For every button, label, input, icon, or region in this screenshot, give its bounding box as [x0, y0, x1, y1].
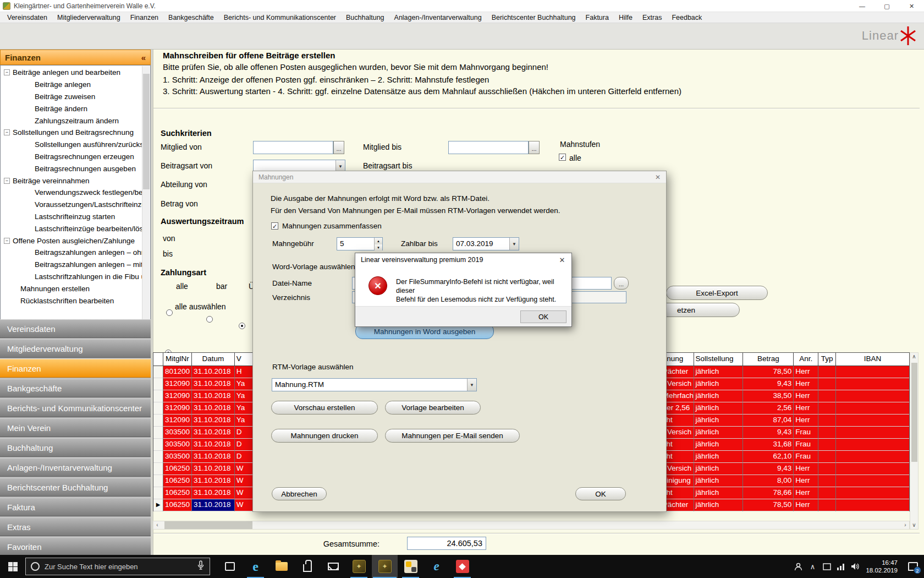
- tree-item[interactable]: Lastschrifteinzüge bearbeiten/lös: [1, 222, 142, 235]
- table-vertical-scrollbar[interactable]: ∧ ∨: [910, 352, 919, 530]
- network-icon[interactable]: [834, 555, 848, 578]
- scroll-down-icon[interactable]: ∨: [910, 521, 918, 529]
- spin-down-icon[interactable]: ▼: [375, 244, 382, 251]
- taskbar-tool-app[interactable]: [398, 555, 424, 578]
- menu-item[interactable]: Berichtscenter Buchhaltung: [487, 12, 581, 23]
- tree-item[interactable]: Rücklastschriften bearbeiten: [1, 295, 142, 307]
- zahlungsart-alle-radio[interactable]: [166, 309, 173, 316]
- scroll-up-icon[interactable]: ∧: [910, 353, 918, 361]
- mitglied-bis-input[interactable]: [448, 141, 529, 154]
- scroll-left-icon[interactable]: ‹: [153, 521, 161, 529]
- col-sollstellung[interactable]: Sollstellung: [694, 353, 744, 366]
- tree-expander-icon[interactable]: −: [4, 69, 10, 75]
- mitglied-von-input[interactable]: [253, 141, 333, 154]
- menu-item[interactable]: Bankgeschäfte: [163, 12, 219, 23]
- col-datum[interactable]: Datum: [192, 353, 235, 366]
- menu-item[interactable]: Hilfe: [614, 12, 637, 23]
- close-button[interactable]: ✕: [899, 0, 924, 12]
- tree-expander-icon[interactable]: −: [4, 178, 10, 184]
- vorschau-erstellen-button[interactable]: Vorschau erstellen: [271, 401, 378, 415]
- taskbar-linear-app-1[interactable]: ✦: [346, 555, 372, 578]
- ime-icon[interactable]: [820, 555, 834, 578]
- menu-item[interactable]: Buchhaltung: [341, 12, 389, 23]
- spin-up-icon[interactable]: ▲: [375, 238, 382, 244]
- taskbar-file-explorer[interactable]: [268, 555, 294, 578]
- scroll-right-icon[interactable]: ›: [901, 521, 909, 529]
- sidebar-nav-item[interactable]: Berichtscenter Buchhaltung: [0, 478, 151, 497]
- microphone-icon[interactable]: [197, 560, 204, 572]
- mahnstufen-alle-checkbox[interactable]: ✓: [559, 154, 566, 161]
- col-iban[interactable]: IBAN: [836, 353, 909, 366]
- sidebar-nav-item[interactable]: Finanzen: [0, 359, 151, 378]
- volume-icon[interactable]: [848, 555, 862, 578]
- menu-item[interactable]: Extras: [637, 12, 667, 23]
- col-betrag[interactable]: Betrag: [743, 353, 794, 366]
- taskbar-internet-explorer[interactable]: e: [424, 555, 449, 578]
- zahlbar-bis-select[interactable]: 07.03.2019▼: [453, 237, 519, 250]
- sidebar-nav-item[interactable]: Faktura: [0, 498, 151, 516]
- taskbar-store[interactable]: [294, 555, 320, 578]
- tree-item[interactable]: Beitragsrechnungen erzeugen: [1, 151, 142, 163]
- close-icon[interactable]: ✕: [650, 173, 666, 181]
- sidebar-nav-item[interactable]: Berichts- und Kommunikationscenter: [0, 399, 151, 417]
- tree-item[interactable]: Beiträge anlegen: [1, 79, 142, 91]
- tray-clock[interactable]: 16:47 18.02.2019: [866, 559, 898, 574]
- menu-item[interactable]: Mitgliederverwaltung: [52, 12, 125, 23]
- sidebar-nav-item[interactable]: Favoriten: [0, 537, 151, 556]
- vorlage-bearbeiten-button[interactable]: Vorlage bearbeiten: [385, 401, 481, 415]
- excel-export-button[interactable]: Excel-Export: [666, 286, 768, 300]
- tree-item[interactable]: Beiträge ändern: [1, 102, 142, 114]
- maximize-button[interactable]: ▢: [875, 0, 899, 12]
- col-typ[interactable]: Typ: [818, 353, 836, 366]
- taskbar-linear-app-2-active[interactable]: ✦: [372, 555, 398, 578]
- error-ok-button[interactable]: OK: [520, 310, 566, 323]
- menu-item[interactable]: Anlagen-/Inventarverwaltung: [389, 12, 487, 23]
- taskbar-red-app[interactable]: [449, 555, 475, 578]
- tree-item[interactable]: Zahlungszeitraum ändern: [1, 114, 142, 127]
- tree-item[interactable]: Verwendungszweck festlegen/be: [1, 187, 142, 199]
- dialog-ok-button[interactable]: OK: [575, 487, 626, 500]
- mahnungen-drucken-button[interactable]: Mahnungen drucken: [271, 429, 378, 443]
- taskbar-edge[interactable]: e: [243, 555, 268, 578]
- tree-expander-icon[interactable]: −: [4, 238, 10, 244]
- people-icon[interactable]: [791, 555, 805, 578]
- datei-name-picker-button[interactable]: ...: [614, 277, 629, 290]
- tree-item[interactable]: Beiträge zuweisen: [1, 91, 142, 103]
- scrollbar-thumb[interactable]: [164, 521, 252, 529]
- error-title-bar[interactable]: Linear vereinsverwaltung premium 2019 ✕: [355, 253, 571, 266]
- abbrechen-button[interactable]: Abbrechen: [272, 487, 327, 500]
- sidebar-nav-item[interactable]: Mitgliederverwaltung: [0, 339, 151, 358]
- mitglied-von-picker-button[interactable]: ...: [333, 141, 344, 154]
- sidebar-nav-item[interactable]: Buchhaltung: [0, 438, 151, 457]
- task-view-button[interactable]: [217, 555, 243, 578]
- tree-vertical-scrollbar[interactable]: [142, 66, 150, 325]
- tree-expander-icon[interactable]: −: [4, 129, 10, 135]
- tree-item[interactable]: Beitragszahlungen anlegen – ohn: [1, 247, 142, 259]
- tree-item[interactable]: − Beiträge anlegen und bearbeiten: [1, 67, 142, 79]
- col-mitglnr[interactable]: MitglNr: [163, 353, 192, 366]
- scrollbar-thumb[interactable]: [911, 363, 917, 462]
- sidebar-nav-item[interactable]: Anlagen-/Inventarverwaltung: [0, 458, 151, 477]
- col-anrede[interactable]: Anr.: [794, 353, 818, 366]
- scrollbar-thumb[interactable]: [143, 74, 150, 189]
- mahnungen-email-button[interactable]: Mahnungen per E-Mail senden: [385, 429, 520, 443]
- tree-item[interactable]: − Beiträge vereinnahmen: [1, 175, 142, 187]
- rtm-vorlage-select[interactable]: Mahnung.RTM▼: [272, 378, 477, 391]
- start-button[interactable]: [0, 555, 25, 578]
- tray-expand-icon[interactable]: ∧: [805, 555, 820, 578]
- mahngebuehr-stepper[interactable]: 5 ▲▼: [337, 237, 383, 250]
- sidebar-nav-item[interactable]: Bankgeschäfte: [0, 379, 151, 397]
- tree-item[interactable]: Lastschrifteinzug starten: [1, 211, 142, 223]
- close-icon[interactable]: ✕: [553, 256, 571, 264]
- mitglied-bis-picker-button[interactable]: ...: [529, 141, 540, 154]
- menu-item[interactable]: Vereinsdaten: [2, 12, 52, 23]
- menu-item[interactable]: Faktura: [581, 12, 614, 23]
- tree-item[interactable]: Beitragszahlungen anlegen – mit: [1, 259, 142, 271]
- sidebar-collapse-button[interactable]: «: [141, 53, 150, 62]
- tree-item[interactable]: Mahnungen erstellen: [1, 282, 142, 295]
- action-center-button[interactable]: 2: [902, 555, 924, 578]
- table-horizontal-scrollbar[interactable]: ‹ ›: [153, 521, 910, 530]
- sidebar-nav-item[interactable]: Vereinsdaten: [0, 319, 151, 338]
- zahlungsart-ueberweisung-radio[interactable]: [239, 323, 245, 329]
- sidebar-nav-item[interactable]: Extras: [0, 517, 151, 536]
